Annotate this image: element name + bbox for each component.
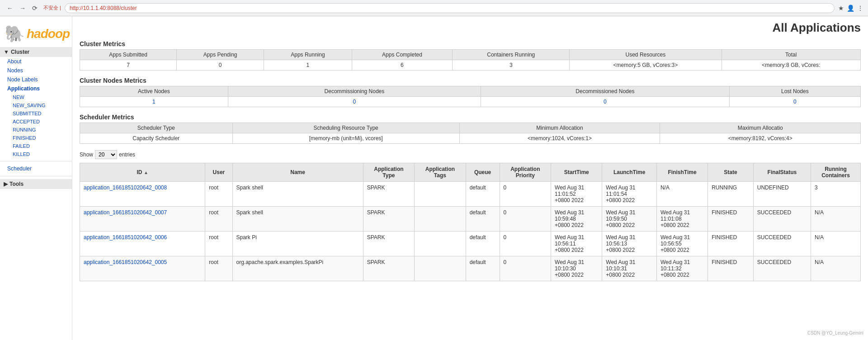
sidebar-item-failed[interactable]: FAILED [0,142,72,150]
col-app-tags[interactable]: ApplicationTags [415,163,466,182]
cell-running-containers: N/A [811,207,861,231]
cell-final-status: SUCCEEDED [753,231,811,256]
cell-running-containers: 3 [811,182,861,207]
cm-completed: 6 [352,60,453,71]
browser-nav[interactable]: ← → ⟳ [5,4,40,13]
sm-header-resource-type: Scheduling Resource Type [232,123,459,133]
col-id[interactable]: ID ▲ [80,163,205,182]
sidebar-item-finished[interactable]: FINISHED [0,134,72,142]
profile-icon[interactable]: 👤 [847,5,854,12]
cnm-decommissioning[interactable]: 0 [228,97,481,107]
cell-start-time: Wed Aug 31 10:10:30 +0800 2022 [551,256,602,281]
sidebar-item-new[interactable]: NEW [0,93,72,101]
col-launch-time[interactable]: LaunchTime [602,163,657,182]
cell-running-containers: N/A [811,256,861,281]
sidebar-item-scheduler[interactable]: Scheduler [0,164,72,173]
cell-finish-time: Wed Aug 31 10:56:55 +0800 2022 [656,231,708,256]
sidebar-item-killed[interactable]: KILLED [0,150,72,158]
cluster-nodes-metrics-table: Active Nodes Decommissioning Nodes Decom… [80,86,861,107]
sidebar-item-about[interactable]: About [0,57,72,66]
sidebar-item-accepted[interactable]: ACCEPTED [0,118,72,126]
col-priority[interactable]: ApplicationPriority [500,163,551,182]
cell-start-time: Wed Aug 31 10:56:11 +0800 2022 [551,231,602,256]
col-start-time[interactable]: StartTime [551,163,602,182]
sidebar-item-submitted[interactable]: SUBMITTED [0,109,72,118]
show-label: Show [80,151,93,158]
browser-icons: ★ 👤 ⋮ [838,5,863,12]
cell-id[interactable]: application_1661851020642_0005 [80,256,205,281]
scheduler-metrics-title: Scheduler Metrics [80,113,861,121]
cell-launch-time: Wed Aug 31 10:59:50 +0800 2022 [602,207,657,231]
url-bar[interactable] [65,3,835,13]
col-finish-time[interactable]: FinishTime [656,163,708,182]
table-row: application_1661851020642_0006 root Spar… [80,231,861,256]
app-id-link[interactable]: application_1661851020642_0005 [84,259,167,265]
sidebar-divider-1 [0,161,72,161]
cell-user: root [205,182,232,207]
sidebar-item-node-labels[interactable]: Node Labels [0,75,72,84]
cell-state: FINISHED [708,231,754,256]
col-queue[interactable]: Queue [466,163,500,182]
sidebar-item-nodes[interactable]: Nodes [0,66,72,75]
sm-resource-type: [memory-mb (unit=Mi), vcores] [232,133,459,144]
cell-priority: 0 [500,207,551,231]
forward-button[interactable]: → [17,4,28,13]
cnm-lost[interactable]: 0 [729,97,860,107]
cnm-decommissioned[interactable]: 0 [481,97,729,107]
cell-app-tags [415,256,466,281]
menu-icon[interactable]: ⋮ [857,5,863,12]
cell-queue: default [466,207,500,231]
app-id-link[interactable]: application_1661851020642_0007 [84,209,167,216]
cell-app-type: SPARK [363,256,415,281]
cell-app-tags [415,207,466,231]
cell-launch-time: Wed Aug 31 10:56:13 +0800 2022 [602,231,657,256]
cell-queue: default [466,256,500,281]
cm-running: 1 [264,60,352,71]
cm-used: <memory:5 GB, vCores:3> [570,60,722,71]
entries-select[interactable]: 10 20 50 100 [95,150,117,159]
cell-id[interactable]: application_1661851020642_0007 [80,207,205,231]
sidebar-item-running[interactable]: RUNNING [0,126,72,134]
col-name[interactable]: Name [232,163,363,182]
cell-queue: default [466,231,500,256]
cnm-header-lost: Lost Nodes [729,86,860,97]
cell-start-time: Wed Aug 31 11:01:52 +0800 2022 [551,182,602,207]
cell-launch-time: Wed Aug 31 11:01:54 +0800 2022 [602,182,657,207]
back-button[interactable]: ← [5,4,15,13]
col-app-type[interactable]: ApplicationType [363,163,415,182]
cell-app-tags [415,231,466,256]
sidebar-item-applications[interactable]: Applications [0,84,72,93]
sidebar: 🐘 hadoop ▼ Cluster About Nodes Node Labe… [0,16,72,340]
cnm-header-decommissioned: Decommissioned Nodes [481,86,729,97]
cnm-active[interactable]: 1 [80,97,228,107]
app-id-link[interactable]: application_1661851020642_0006 [84,234,167,241]
cell-id[interactable]: application_1661851020642_0006 [80,231,205,256]
cm-submitted: 7 [80,60,177,71]
cluster-metrics-row: 7 0 1 6 3 <memory:5 GB, vCores:3> <memor… [80,60,861,71]
table-row: application_1661851020642_0005 root org.… [80,256,861,281]
scheduler-metrics-section: Scheduler Metrics Scheduler Type Schedul… [80,113,861,144]
cell-id[interactable]: application_1661851020642_0008 [80,182,205,207]
cm-containers: 3 [453,60,570,71]
cluster-section[interactable]: ▼ Cluster [0,47,72,57]
cm-header-submitted: Apps Submitted [80,50,177,60]
cell-app-type: SPARK [363,231,415,256]
tools-section[interactable]: ▶ Tools [0,179,72,189]
page-title: All Applications [80,21,861,35]
table-row: application_1661851020642_0007 root Spar… [80,207,861,231]
cm-pending: 0 [177,60,264,71]
col-running-containers[interactable]: RunningContainers [811,163,861,182]
cm-header-completed: Apps Completed [352,50,453,60]
col-user[interactable]: User [205,163,232,182]
cell-start-time: Wed Aug 31 10:59:48 +0800 2022 [551,207,602,231]
col-final-status[interactable]: FinalStatus [753,163,811,182]
col-state[interactable]: State [708,163,754,182]
cm-header-used: Used Resources [570,50,722,60]
refresh-button[interactable]: ⟳ [30,4,40,13]
watermark: CSDN @YO_Leung-Gemini [807,331,863,335]
cluster-metrics-table: Apps Submitted Apps Pending Apps Running… [80,49,861,71]
cluster-metrics-title: Cluster Metrics [80,40,861,47]
sidebar-item-new-saving[interactable]: NEW_SAVING [0,101,72,109]
app-id-link[interactable]: application_1661851020642_0008 [84,184,167,191]
bookmark-icon[interactable]: ★ [838,5,844,12]
